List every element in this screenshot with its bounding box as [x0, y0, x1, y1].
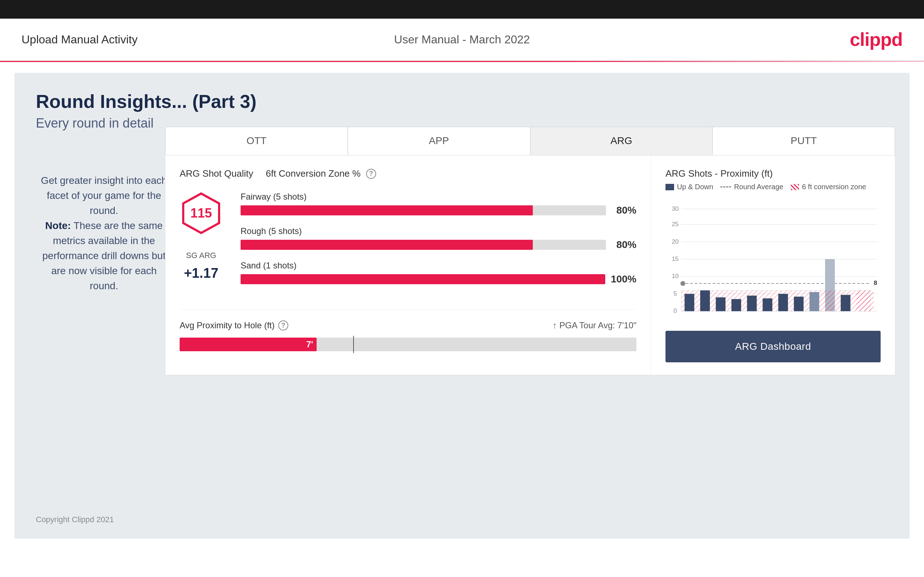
bar-row-fairway: Fairway (5 shots) 80% — [241, 192, 636, 216]
proximity-title: Avg Proximity to Hole (ft) ? — [179, 321, 288, 330]
chart-svg: 0 5 10 15 20 25 30 — [666, 200, 880, 322]
svg-rect-28 — [732, 299, 741, 311]
footer: Copyright Clippd 2021 — [36, 515, 114, 524]
proximity-avg: ↑ PGA Tour Avg: 7'10" — [552, 321, 636, 330]
bar-label-fairway: Fairway (5 shots) — [241, 192, 636, 202]
svg-text:8: 8 — [874, 279, 877, 286]
svg-text:115: 115 — [191, 206, 212, 221]
svg-rect-27 — [716, 297, 725, 311]
left-panel: ARG Shot Quality 6ft Conversion Zone % ?… — [165, 156, 651, 375]
bar-fill-sand — [241, 274, 605, 284]
legend-item-conversion: 6 ft conversion zone — [791, 183, 866, 191]
bar-pct-fairway: 80% — [611, 205, 636, 216]
right-panel: ARG Shots - Proximity (ft) Up & Down Rou… — [651, 156, 895, 375]
legend-item-roundavg: Round Average — [720, 183, 783, 191]
svg-rect-36 — [841, 295, 850, 311]
svg-rect-35 — [825, 290, 835, 311]
svg-text:10: 10 — [672, 272, 678, 280]
right-panel-title: ARG Shots - Proximity (ft) — [666, 168, 773, 179]
proximity-header: Avg Proximity to Hole (ft) ? ↑ PGA Tour … — [179, 321, 636, 330]
bar-bg-rough — [241, 240, 606, 250]
arg-dashboard-button[interactable]: ARG Dashboard — [666, 331, 880, 362]
legend-item-updown: Up & Down — [666, 183, 713, 191]
proximity-bar-fill: 7' — [179, 338, 317, 351]
chart-area: 0 5 10 15 20 25 30 — [666, 200, 880, 322]
svg-text:5: 5 — [674, 290, 677, 297]
bar-fill-fairway — [241, 205, 533, 215]
panel-header-subtitle: 6ft Conversion Zone % — [266, 168, 360, 179]
dashboard-card: OTT APP ARG PUTT ARG Shot Quality 6ft Co… — [165, 127, 895, 375]
upload-link[interactable]: Upload Manual Activity — [21, 33, 138, 46]
bar-row-rough: Rough (5 shots) 80% — [241, 226, 636, 250]
sg-value: +1.17 — [184, 266, 218, 281]
bar-pct-rough: 80% — [611, 239, 636, 250]
proximity-value: 7' — [306, 339, 313, 350]
right-panel-header: ARG Shots - Proximity (ft) Up & Down Rou… — [666, 168, 880, 191]
legend-hatch-conversion — [791, 184, 799, 190]
proximity-section: Avg Proximity to Hole (ft) ? ↑ PGA Tour … — [179, 309, 636, 351]
bar-track-sand: 100% — [241, 274, 636, 285]
tab-ott[interactable]: OTT — [165, 127, 348, 155]
left-description: Get greater insight into each facet of y… — [36, 173, 172, 293]
panel-header-title: ARG Shot Quality — [179, 168, 253, 179]
proximity-help-icon[interactable]: ? — [278, 321, 288, 330]
main-content: Round Insights... (Part 3) Every round i… — [15, 73, 909, 539]
copyright-text: Copyright Clippd 2021 — [36, 515, 114, 524]
hexagon-container: 115 SG ARG +1.17 — [179, 192, 223, 295]
bar-label-sand: Sand (1 shots) — [241, 261, 636, 271]
legend-box-updown — [666, 184, 674, 190]
legend-dash-roundavg — [720, 186, 731, 187]
svg-rect-26 — [700, 290, 710, 311]
proximity-marker — [353, 336, 354, 353]
bar-pct-sand: 100% — [611, 274, 636, 285]
bar-fill-rough — [241, 240, 533, 250]
bar-bg-sand — [241, 274, 605, 284]
svg-rect-25 — [685, 294, 694, 311]
proximity-title-text: Avg Proximity to Hole (ft) — [179, 321, 275, 330]
tab-arg[interactable]: ARG — [530, 127, 713, 155]
svg-rect-32 — [794, 297, 803, 311]
top-bar — [0, 0, 924, 19]
proximity-bar-track: 7' — [179, 338, 636, 351]
logo: clippd — [850, 29, 903, 50]
tab-app[interactable]: APP — [348, 127, 530, 155]
help-icon[interactable]: ? — [366, 169, 376, 179]
svg-rect-29 — [747, 296, 756, 311]
svg-rect-37 — [856, 290, 874, 311]
tab-putt[interactable]: PUTT — [712, 127, 895, 155]
bars-section: Fairway (5 shots) 80% Rough (5 shots) — [241, 192, 636, 295]
legend-label-roundavg: Round Average — [734, 183, 783, 191]
svg-rect-33 — [809, 292, 819, 311]
score-section: 115 SG ARG +1.17 Fairway (5 shots) — [179, 192, 636, 295]
page-title: Round Insights... (Part 3) — [36, 91, 888, 112]
header-accent-line — [0, 61, 924, 62]
svg-text:0: 0 — [674, 307, 677, 314]
sg-label: SG ARG — [186, 251, 216, 260]
svg-text:20: 20 — [672, 238, 678, 245]
legend-label-updown: Up & Down — [677, 183, 713, 191]
card-body: ARG Shot Quality 6ft Conversion Zone % ?… — [165, 156, 895, 375]
header: Upload Manual Activity User Manual - Mar… — [0, 19, 924, 61]
bar-bg-fairway — [241, 205, 606, 215]
svg-text:25: 25 — [672, 221, 678, 227]
svg-text:30: 30 — [672, 205, 678, 212]
svg-rect-30 — [762, 298, 772, 311]
tabs-container: OTT APP ARG PUTT — [165, 127, 895, 156]
bar-row-sand: Sand (1 shots) 100% — [241, 261, 636, 285]
panel-header: ARG Shot Quality 6ft Conversion Zone % ? — [179, 168, 636, 179]
title-section: Round Insights... (Part 3) Every round i… — [36, 91, 888, 131]
svg-rect-31 — [779, 294, 788, 311]
svg-point-20 — [680, 281, 686, 286]
bar-track-fairway: 80% — [241, 205, 636, 216]
document-title: User Manual - March 2022 — [394, 33, 530, 46]
bar-track-rough: 80% — [241, 239, 636, 250]
hexagon: 115 — [179, 192, 223, 235]
svg-text:15: 15 — [672, 255, 678, 262]
legend-label-conversion: 6 ft conversion zone — [802, 183, 866, 191]
bar-label-rough: Rough (5 shots) — [241, 226, 636, 236]
legend: Up & Down Round Average 6 ft conversion … — [666, 183, 866, 191]
